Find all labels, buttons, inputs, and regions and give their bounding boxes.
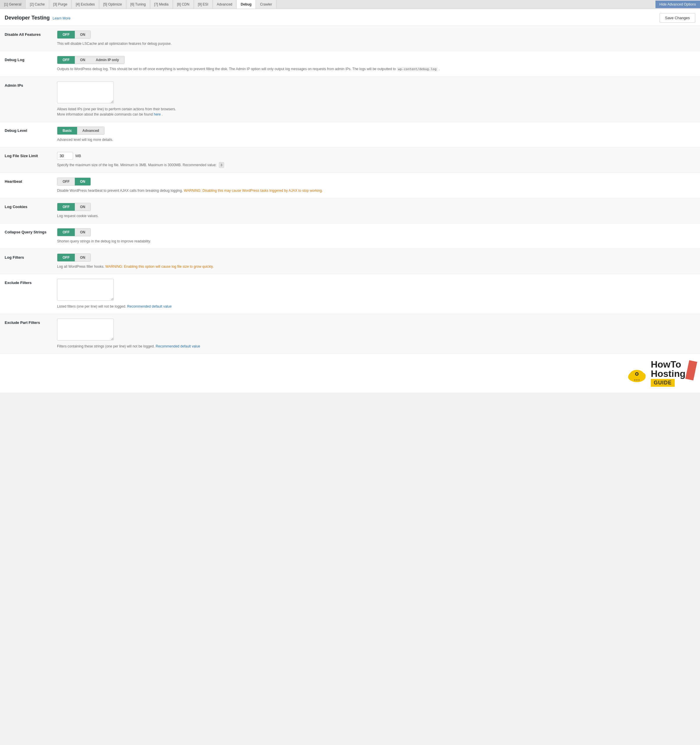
logo-hosting: Hosting <box>651 369 685 378</box>
page-title: Developer Testing <box>4 15 50 21</box>
tab-tuning[interactable]: [6] Tuning <box>126 0 150 9</box>
tab-general[interactable]: [1] General <box>0 0 25 9</box>
hide-advanced-btn[interactable]: Hide Advanced Options <box>655 1 700 8</box>
tab-purge[interactable]: [3] Purge <box>49 0 72 9</box>
logo-guide: GUIDE <box>651 379 675 387</box>
admin-ips-control: Allows listed IPs (one per line) to perf… <box>57 81 696 117</box>
log-file-size-rec: 3 <box>219 162 224 168</box>
log-file-size-section: Log File Size Limit MB Specify the maxim… <box>0 147 700 173</box>
log-file-size-unit: MB <box>75 154 81 158</box>
disable-all-section: Disable All Features OFF ON This will di… <box>0 26 700 51</box>
tab-excludes[interactable]: [4] Excludes <box>72 0 99 9</box>
exclude-filters-section: Exclude Filters Listed filters (one per … <box>0 274 700 314</box>
log-file-size-input-group: MB <box>57 152 696 160</box>
page-header-left: Developer Testing Learn More <box>4 15 70 21</box>
exclude-filters-textarea[interactable] <box>57 279 114 301</box>
log-filters-on-btn[interactable]: ON <box>75 254 91 261</box>
disable-all-off-btn[interactable]: OFF <box>57 31 75 39</box>
admin-ips-section: Admin IPs Allows listed IPs (one per lin… <box>0 77 700 122</box>
collapse-query-on-btn[interactable]: ON <box>75 229 91 236</box>
debug-level-desc: Advanced level will log more details. <box>57 137 696 142</box>
logo-container: ? ? ? HowTo Hosting GUIDE <box>625 360 696 387</box>
log-filters-section: Log Filters OFF ON Log all WordPress fil… <box>0 249 700 274</box>
exclude-part-filters-textarea[interactable] <box>57 319 114 341</box>
collapse-query-section: Collapse Query Strings OFF ON Shorten qu… <box>0 223 700 249</box>
heartbeat-control: OFF ON Disable WordPress heartbeat to pr… <box>57 178 696 193</box>
heartbeat-off-btn[interactable]: OFF <box>57 178 75 186</box>
log-cookies-on-btn[interactable]: ON <box>75 203 91 211</box>
log-file-size-input[interactable] <box>57 152 73 160</box>
log-cookies-off-btn[interactable]: OFF <box>57 203 75 211</box>
heartbeat-warning: WARNING: Disabling this may cause WordPr… <box>184 188 323 193</box>
admin-ips-textarea[interactable] <box>57 81 114 103</box>
disable-all-toggle: OFF ON <box>57 31 91 39</box>
tab-bar: [1] General [2] Cache [3] Purge [4] Excl… <box>0 0 700 9</box>
debug-log-desc: Outputs to WordPress debug log. This sho… <box>57 66 696 72</box>
tab-esi[interactable]: [9] ESI <box>194 0 213 9</box>
log-file-size-control: MB Specify the maximum size of the log f… <box>57 152 696 168</box>
debug-log-on-btn[interactable]: ON <box>75 56 91 64</box>
debug-level-section: Debug Level Basic Advanced Advanced leve… <box>0 122 700 147</box>
debug-log-section: Debug Log OFF ON Admin IP only Outputs t… <box>0 51 700 77</box>
heartbeat-section: Heartbeat OFF ON Disable WordPress heart… <box>0 173 700 198</box>
admin-ips-label: Admin IPs <box>4 81 57 88</box>
tab-media[interactable]: [7] Media <box>150 0 173 9</box>
log-cookies-toggle: OFF ON <box>57 203 91 211</box>
log-file-size-label: Log File Size Limit <box>4 152 57 158</box>
debug-level-basic-btn[interactable]: Basic <box>57 127 77 135</box>
log-cookies-section: Log Cookies OFF ON Log request cookie va… <box>0 198 700 223</box>
logo-area: ? ? ? HowTo Hosting GUIDE <box>0 354 700 393</box>
svg-point-5 <box>636 373 638 375</box>
collapse-query-toggle: OFF ON <box>57 228 91 236</box>
heartbeat-on-btn[interactable]: ON <box>75 178 91 186</box>
logo-cloud-icon: ? ? ? <box>625 362 649 385</box>
debug-level-advanced-btn[interactable]: Advanced <box>77 127 104 135</box>
exclude-part-filters-link[interactable]: Recommended default value <box>156 344 200 349</box>
logo-howto: HowTo <box>651 360 685 369</box>
log-filters-toggle: OFF ON <box>57 253 91 262</box>
logo-text-area: HowTo Hosting GUIDE <box>651 360 696 387</box>
log-cookies-desc: Log request cookie values. <box>57 213 696 218</box>
log-filters-control: OFF ON Log all WordPress filter hooks. W… <box>57 253 696 269</box>
tab-optimize[interactable]: [5] Optimize <box>99 0 126 9</box>
tab-advanced[interactable]: Advanced <box>213 0 236 9</box>
log-cookies-label: Log Cookies <box>4 203 57 209</box>
collapse-query-off-btn[interactable]: OFF <box>57 229 75 236</box>
log-filters-label: Log Filters <box>4 253 57 260</box>
disable-all-label: Disable All Features <box>4 31 57 37</box>
admin-ips-link[interactable]: here <box>154 112 161 117</box>
exclude-part-filters-desc: Filters containing these strings (one pe… <box>57 344 696 349</box>
log-filters-warning: WARNING: Enabling this option will cause… <box>105 265 214 269</box>
debug-log-control: OFF ON Admin IP only Outputs to WordPres… <box>57 56 696 72</box>
debug-log-off-btn[interactable]: OFF <box>57 56 75 64</box>
debug-log-toggle: OFF ON Admin IP only <box>57 56 124 64</box>
debug-level-toggle: Basic Advanced <box>57 127 105 135</box>
exclude-part-filters-label: Exclude Part Filters <box>4 319 57 325</box>
log-filters-desc: Log all WordPress filter hooks. WARNING:… <box>57 264 696 269</box>
log-file-size-desc: Specify the maximum size of the log file… <box>57 162 696 168</box>
heartbeat-label: Heartbeat <box>4 178 57 184</box>
tab-crawler[interactable]: Crawler <box>256 0 276 9</box>
main-content: Developer Testing Learn More Save Change… <box>0 9 700 393</box>
exclude-part-filters-control: Filters containing these strings (one pe… <box>57 319 696 349</box>
save-changes-button[interactable]: Save Changes <box>660 13 696 23</box>
heartbeat-desc: Disable WordPress heartbeat to prevent A… <box>57 188 696 193</box>
learn-more-link[interactable]: Learn More <box>53 16 70 20</box>
log-filters-off-btn[interactable]: OFF <box>57 254 75 261</box>
collapse-query-control: OFF ON Shorten query strings in the debu… <box>57 228 696 244</box>
collapse-query-desc: Shorten query strings in the debug log t… <box>57 239 696 244</box>
disable-all-on-btn[interactable]: ON <box>75 31 91 39</box>
exclude-filters-link[interactable]: Recommended default value <box>127 304 172 308</box>
debug-level-control: Basic Advanced Advanced level will log m… <box>57 127 696 142</box>
collapse-query-label: Collapse Query Strings <box>4 228 57 234</box>
tab-cache[interactable]: [2] Cache <box>25 0 49 9</box>
logo-slash <box>685 360 697 380</box>
tab-cdn[interactable]: [8] CDN <box>173 0 194 9</box>
disable-all-desc: This will disable LSCache and all optimi… <box>57 41 696 46</box>
exclude-filters-control: Listed filters (one per line) will not b… <box>57 279 696 309</box>
debug-log-adminip-btn[interactable]: Admin IP only <box>91 56 124 64</box>
exclude-filters-label: Exclude Filters <box>4 279 57 285</box>
disable-all-control: OFF ON This will disable LSCache and all… <box>57 31 696 46</box>
tab-debug[interactable]: Debug <box>236 0 256 9</box>
debug-log-code: wp-content/debug.log <box>397 67 437 71</box>
